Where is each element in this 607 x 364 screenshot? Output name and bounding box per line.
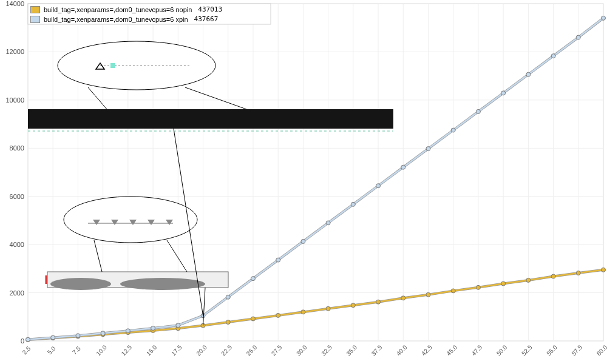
line-chart: 020004000600080001000012000140002.55.07.… [0,0,607,364]
x-tick-label: 25.0 [245,343,259,357]
data-point [376,184,381,188]
y-tick-label: 14000 [5,0,24,7]
data-point [401,296,405,300]
data-point [551,274,555,278]
legend-swatch [30,6,40,13]
x-tick-label: 20.0 [195,343,208,357]
x-tick-label: 42.5 [420,343,433,357]
legend-item: build_tag=,xenparams=,dom0_tunevcpus=6 n… [30,5,222,15]
x-tick-label: 52.5 [520,343,534,357]
data-point [576,271,580,275]
x-tick-label: 12.5 [120,343,134,357]
x-tick-label: 30.0 [295,343,308,357]
legend-item: build_tag=,xenparams=,dom0_tunevcpus=6 x… [30,15,222,24]
data-point [301,239,305,243]
data-point [276,258,280,262]
legend-id: 437667 [194,15,219,24]
x-tick-label: 32.5 [320,343,333,357]
x-tick-label: 50.0 [495,343,509,357]
x-tick-label: 5.0 [46,345,57,356]
data-point [551,54,555,58]
x-tick-label: 45.0 [445,343,458,357]
x-tick-label: 22.5 [220,343,233,357]
x-tick-label: 47.5 [470,343,484,357]
data-point [126,329,130,333]
data-point [251,277,255,281]
data-point [576,35,580,39]
y-tick-label: 2000 [10,289,24,297]
lozenge-icon [120,278,205,290]
data-point [602,268,606,272]
data-point [26,337,30,342]
y-tick-label: 0 [21,337,24,345]
inset-band [28,109,393,129]
x-tick-label: 40.0 [395,343,409,357]
data-point [602,16,606,20]
legend-id: 437013 [198,5,222,15]
y-tick-label: 8000 [10,144,24,152]
x-tick-label: 35.0 [345,343,359,357]
x-tick-label: 7.5 [71,345,82,356]
x-tick-label: 10.0 [95,343,108,357]
data-point [351,303,355,308]
data-point [476,109,480,113]
data-point [376,300,381,304]
lozenge-icon [50,278,111,290]
square-icon [110,63,115,68]
x-tick-label: 57.5 [571,343,584,357]
data-point [351,202,355,206]
data-point [326,306,330,311]
data-point [176,323,180,328]
x-tick-label: 60.0 [595,343,607,357]
legend-label: build_tag=,xenparams=,dom0_tunevcpus=6 x… [44,15,188,24]
data-point [301,310,305,314]
y-tick-label: 10000 [5,96,24,104]
x-tick-label: 37.5 [370,343,384,357]
legend-swatch [30,16,40,23]
data-point [226,295,230,299]
data-point [101,331,105,335]
data-point [426,147,430,151]
data-point [151,326,155,330]
y-tick-label: 6000 [10,193,24,200]
data-point [326,221,330,225]
data-point [476,285,480,289]
y-tick-label: 12000 [5,48,24,55]
x-tick-label: 2.5 [21,345,32,356]
data-point [451,289,455,293]
data-point [401,165,405,169]
x-tick-label: 55.0 [545,343,558,357]
data-point [451,128,455,132]
data-point [276,313,280,317]
data-point [526,278,531,282]
data-point [501,281,506,286]
y-tick-label: 4000 [10,241,24,248]
data-point [251,317,255,321]
x-tick-label: 17.5 [170,343,183,357]
data-point [76,334,80,338]
data-point [226,320,230,325]
legend-label: build_tag=,xenparams=,dom0_tunevcpus=6 n… [44,5,192,15]
data-point [426,292,430,297]
data-point [526,72,531,76]
x-tick-label: 15.0 [145,343,158,357]
x-tick-label: 27.5 [270,343,283,357]
data-point [51,335,55,340]
legend: build_tag=,xenparams=,dom0_tunevcpus=6 n… [30,5,222,24]
data-point [501,91,506,95]
